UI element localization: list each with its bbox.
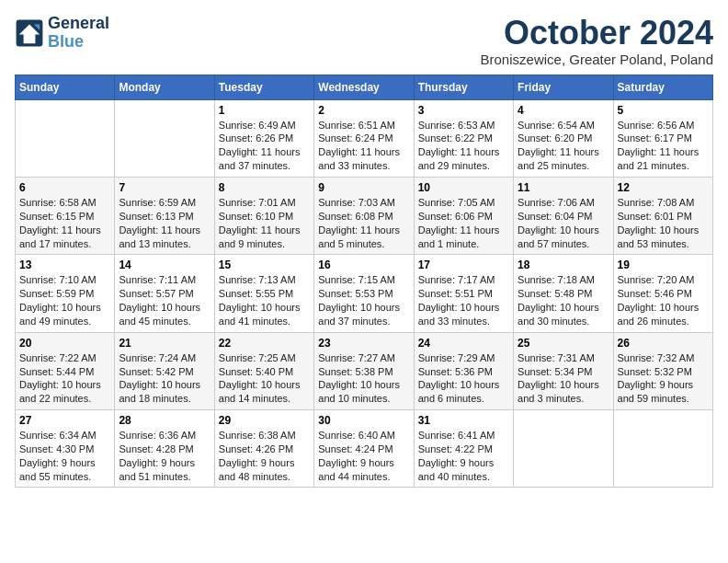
day-number: 11 [518, 181, 609, 194]
day-number: 17 [418, 259, 509, 271]
logo: General Blue [15, 15, 109, 52]
calendar-cell: 15Sunrise: 7:13 AM Sunset: 5:55 PM Dayli… [214, 255, 313, 332]
calendar-cell: 5Sunrise: 6:56 AM Sunset: 6:17 PM Daylig… [613, 99, 712, 177]
calendar-week-row: 13Sunrise: 7:10 AM Sunset: 5:59 PM Dayli… [16, 255, 713, 332]
cell-content: Sunrise: 7:05 AM Sunset: 6:06 PM Dayligh… [418, 196, 509, 250]
weekday-header-monday: Monday [115, 75, 214, 99]
day-number: 14 [119, 259, 210, 271]
weekday-header-tuesday: Tuesday [214, 75, 313, 99]
calendar-cell: 6Sunrise: 6:58 AM Sunset: 6:15 PM Daylig… [16, 177, 115, 254]
calendar-cell: 27Sunrise: 6:34 AM Sunset: 4:30 PM Dayli… [16, 410, 115, 488]
calendar-cell [16, 99, 115, 177]
cell-content: Sunrise: 6:53 AM Sunset: 6:22 PM Dayligh… [418, 119, 509, 173]
day-number: 19 [618, 259, 709, 271]
calendar-cell: 28Sunrise: 6:36 AM Sunset: 4:28 PM Dayli… [115, 410, 214, 488]
day-number: 30 [318, 414, 409, 427]
day-number: 26 [618, 337, 709, 350]
cell-content: Sunrise: 7:17 AM Sunset: 5:51 PM Dayligh… [418, 273, 509, 327]
calendar-cell: 19Sunrise: 7:20 AM Sunset: 5:46 PM Dayli… [613, 255, 712, 332]
calendar-table: SundayMondayTuesdayWednesdayThursdayFrid… [15, 75, 713, 488]
cell-content: Sunrise: 7:10 AM Sunset: 5:59 PM Dayligh… [19, 273, 110, 327]
day-number: 16 [318, 259, 409, 271]
calendar-cell: 22Sunrise: 7:25 AM Sunset: 5:40 PM Dayli… [214, 332, 313, 409]
cell-content: Sunrise: 6:51 AM Sunset: 6:24 PM Dayligh… [318, 119, 409, 173]
cell-content: Sunrise: 6:58 AM Sunset: 6:15 PM Dayligh… [19, 196, 110, 250]
cell-content: Sunrise: 7:22 AM Sunset: 5:44 PM Dayligh… [19, 351, 110, 406]
day-number: 10 [418, 181, 509, 194]
calendar-cell: 9Sunrise: 7:03 AM Sunset: 6:08 PM Daylig… [314, 177, 414, 254]
day-number: 15 [219, 259, 310, 271]
cell-content: Sunrise: 7:13 AM Sunset: 5:55 PM Dayligh… [219, 273, 310, 327]
location: Broniszewice, Greater Poland, Poland [481, 52, 713, 67]
logo-icon [15, 18, 44, 48]
calendar-body: 1Sunrise: 6:49 AM Sunset: 6:26 PM Daylig… [16, 99, 713, 488]
cell-content: Sunrise: 7:27 AM Sunset: 5:38 PM Dayligh… [318, 351, 409, 406]
day-number: 8 [219, 181, 310, 194]
calendar-cell: 16Sunrise: 7:15 AM Sunset: 5:53 PM Dayli… [314, 255, 414, 332]
cell-content: Sunrise: 6:56 AM Sunset: 6:17 PM Dayligh… [618, 119, 709, 173]
cell-content: Sunrise: 7:03 AM Sunset: 6:08 PM Dayligh… [318, 196, 409, 250]
day-number: 9 [318, 181, 409, 194]
calendar-cell: 1Sunrise: 6:49 AM Sunset: 6:26 PM Daylig… [214, 99, 313, 177]
weekday-header-friday: Friday [514, 75, 613, 99]
cell-content: Sunrise: 7:11 AM Sunset: 5:57 PM Dayligh… [119, 273, 210, 327]
weekday-header-saturday: Saturday [613, 75, 712, 99]
calendar-cell: 2Sunrise: 6:51 AM Sunset: 6:24 PM Daylig… [314, 99, 414, 177]
calendar-cell: 30Sunrise: 6:40 AM Sunset: 4:24 PM Dayli… [314, 410, 414, 488]
cell-content: Sunrise: 7:18 AM Sunset: 5:48 PM Dayligh… [518, 273, 609, 327]
cell-content: Sunrise: 7:08 AM Sunset: 6:01 PM Dayligh… [618, 196, 709, 250]
cell-content: Sunrise: 6:41 AM Sunset: 4:22 PM Dayligh… [418, 429, 509, 483]
cell-content: Sunrise: 6:38 AM Sunset: 4:26 PM Dayligh… [219, 429, 310, 483]
calendar-cell: 24Sunrise: 7:29 AM Sunset: 5:36 PM Dayli… [414, 332, 513, 409]
calendar-cell: 25Sunrise: 7:31 AM Sunset: 5:34 PM Dayli… [514, 332, 613, 409]
cell-content: Sunrise: 7:29 AM Sunset: 5:36 PM Dayligh… [418, 351, 509, 406]
logo-line1: General [48, 15, 109, 33]
cell-content: Sunrise: 7:06 AM Sunset: 6:04 PM Dayligh… [518, 196, 609, 250]
day-number: 12 [618, 181, 709, 194]
calendar-cell: 23Sunrise: 7:27 AM Sunset: 5:38 PM Dayli… [314, 332, 414, 409]
calendar-cell: 20Sunrise: 7:22 AM Sunset: 5:44 PM Dayli… [16, 332, 115, 409]
day-number: 6 [19, 181, 110, 194]
cell-content: Sunrise: 7:31 AM Sunset: 5:34 PM Dayligh… [518, 351, 609, 406]
calendar-cell: 21Sunrise: 7:24 AM Sunset: 5:42 PM Dayli… [115, 332, 214, 409]
weekday-header-wednesday: Wednesday [314, 75, 414, 99]
cell-content: Sunrise: 6:54 AM Sunset: 6:20 PM Dayligh… [518, 119, 609, 173]
calendar-cell: 13Sunrise: 7:10 AM Sunset: 5:59 PM Dayli… [16, 255, 115, 332]
cell-content: Sunrise: 6:59 AM Sunset: 6:13 PM Dayligh… [119, 196, 210, 250]
weekday-header-row: SundayMondayTuesdayWednesdayThursdayFrid… [16, 75, 713, 99]
day-number: 1 [219, 104, 310, 117]
day-number: 20 [19, 337, 110, 350]
weekday-header-sunday: Sunday [16, 75, 115, 99]
logo-line2: Blue [48, 33, 109, 52]
calendar-cell: 11Sunrise: 7:06 AM Sunset: 6:04 PM Dayli… [514, 177, 613, 254]
calendar-week-row: 6Sunrise: 6:58 AM Sunset: 6:15 PM Daylig… [16, 177, 713, 254]
calendar-cell [514, 410, 613, 488]
weekday-header-thursday: Thursday [414, 75, 513, 99]
day-number: 28 [119, 414, 210, 427]
calendar-cell [613, 410, 712, 488]
day-number: 27 [19, 414, 110, 427]
day-number: 18 [518, 259, 609, 271]
calendar-cell: 3Sunrise: 6:53 AM Sunset: 6:22 PM Daylig… [414, 99, 513, 177]
day-number: 4 [518, 104, 609, 117]
month-title: October 2024 [481, 15, 713, 52]
calendar-week-row: 1Sunrise: 6:49 AM Sunset: 6:26 PM Daylig… [16, 99, 713, 177]
title-block: October 2024 Broniszewice, Greater Polan… [481, 15, 713, 67]
cell-content: Sunrise: 6:34 AM Sunset: 4:30 PM Dayligh… [19, 429, 110, 483]
day-number: 22 [219, 337, 310, 350]
cell-content: Sunrise: 7:20 AM Sunset: 5:46 PM Dayligh… [618, 273, 709, 327]
calendar-cell: 14Sunrise: 7:11 AM Sunset: 5:57 PM Dayli… [115, 255, 214, 332]
cell-content: Sunrise: 7:25 AM Sunset: 5:40 PM Dayligh… [219, 351, 310, 406]
day-number: 24 [418, 337, 509, 350]
cell-content: Sunrise: 6:49 AM Sunset: 6:26 PM Dayligh… [219, 119, 310, 173]
day-number: 31 [418, 414, 509, 427]
day-number: 5 [618, 104, 709, 117]
cell-content: Sunrise: 7:24 AM Sunset: 5:42 PM Dayligh… [119, 351, 210, 406]
cell-content: Sunrise: 7:01 AM Sunset: 6:10 PM Dayligh… [219, 196, 310, 250]
day-number: 29 [219, 414, 310, 427]
calendar-cell: 7Sunrise: 6:59 AM Sunset: 6:13 PM Daylig… [115, 177, 214, 254]
logo-text: General Blue [48, 15, 109, 52]
page-header: General Blue October 2024 Broniszewice, … [15, 15, 713, 67]
cell-content: Sunrise: 7:32 AM Sunset: 5:32 PM Dayligh… [618, 351, 709, 406]
calendar-week-row: 27Sunrise: 6:34 AM Sunset: 4:30 PM Dayli… [16, 410, 713, 488]
